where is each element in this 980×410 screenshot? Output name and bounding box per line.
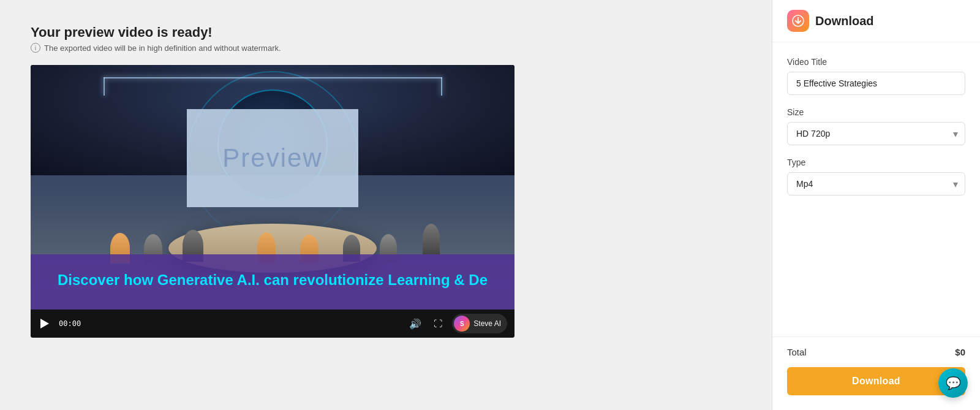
right-header: Download [772,0,980,42]
video-title-group: Video Title [787,57,965,95]
size-group: Size HD 720p Full HD 1080p 4K SD 480p ▾ [787,107,965,145]
size-select[interactable]: HD 720p Full HD 1080p 4K SD 480p [787,122,965,145]
video-title-input[interactable] [787,72,965,95]
chat-icon: 💬 [946,376,961,390]
video-scene: Preview Discover how Generative A.I. can… [31,65,514,309]
type-group: Type Mp4 WebM Avi ▾ [787,158,965,196]
ceiling-line-top [104,77,442,78]
left-panel: Your preview video is ready! i The expor… [0,0,772,410]
right-panel: Download Video Title Size HD 720p Full H… [772,0,980,410]
video-title-label: Video Title [787,57,965,67]
caption-overlay: Discover how Generative A.I. can revolut… [31,254,514,309]
preview-subtitle-text: The exported video will be in high defin… [44,44,281,53]
volume-button[interactable]: 🔊 [407,316,424,332]
total-label: Total [787,347,807,357]
person-silhouette [423,224,440,254]
play-button[interactable] [38,316,51,331]
fullscreen-icon: ⛶ [434,319,442,328]
caption-text: Discover how Generative A.I. can revolut… [58,270,488,289]
total-value: $0 [955,347,965,357]
type-select[interactable]: Mp4 WebM Avi [787,172,965,196]
preview-subtitle: i The exported video will be in high def… [31,43,741,53]
play-icon [40,319,49,328]
size-select-wrapper: HD 720p Full HD 1080p 4K SD 480p ▾ [787,122,965,145]
right-content: Video Title Size HD 720p Full HD 1080p 4… [772,42,980,336]
download-icon-svg [792,15,804,27]
total-row: Total $0 [787,347,965,357]
type-select-wrapper: Mp4 WebM Avi ▾ [787,172,965,196]
volume-icon: 🔊 [409,318,421,330]
steve-ai-badge: S Steve AI [452,314,507,333]
ceiling-line-right [441,77,442,96]
type-label: Type [787,158,965,167]
info-icon: i [31,43,40,53]
chat-bubble[interactable]: 💬 [938,368,968,398]
preview-watermark: Preview [222,143,322,173]
video-player: Preview Discover how Generative A.I. can… [31,65,514,338]
video-controls: 00:00 🔊 ⛶ S Steve AI [31,309,514,338]
time-display: 00:00 [59,319,81,328]
fullscreen-button[interactable]: ⛶ [431,316,445,331]
download-header-label: Download [815,14,874,28]
preview-heading: Your preview video is ready! [31,25,741,40]
download-logo-icon [787,10,809,32]
ceiling-line-left [104,77,105,96]
size-label: Size [787,107,965,117]
projection-screen: Preview [187,109,358,207]
steve-ai-logo: S [454,316,470,332]
steve-ai-text: Steve AI [473,319,501,328]
